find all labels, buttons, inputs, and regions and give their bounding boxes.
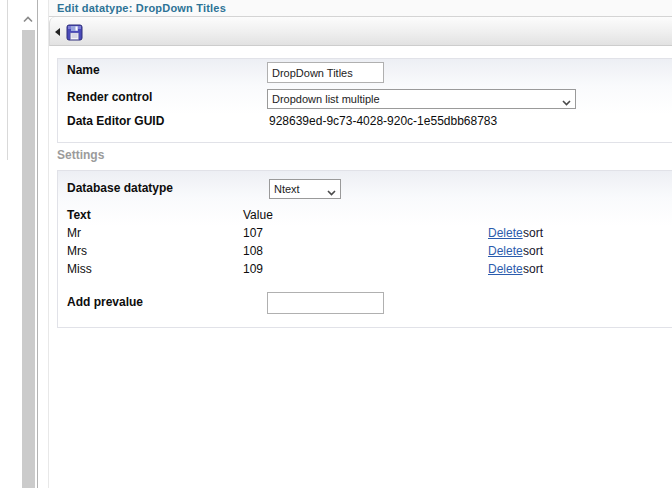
- floppy-disk-icon: [66, 24, 83, 41]
- name-input[interactable]: [267, 62, 384, 83]
- settings-section-title: Settings: [57, 148, 104, 162]
- prevalue-value: 109: [243, 262, 263, 276]
- render-control-select[interactable]: Dropdown list multiple: [267, 89, 576, 109]
- prevalue-text: Mrs: [67, 244, 87, 258]
- add-prevalue-input[interactable]: [267, 292, 384, 314]
- content-area: Edit datatype: DropDown Titles Name Rend…: [49, 0, 672, 488]
- vertical-scrollbar[interactable]: [20, 0, 36, 488]
- sort-link[interactable]: sort: [523, 226, 543, 240]
- panel-splitter[interactable]: [37, 0, 38, 488]
- prevalues-value-header: Value: [243, 208, 273, 222]
- prevalue-text: Mr: [67, 226, 81, 240]
- toolbar: [49, 17, 672, 46]
- prevalue-row: Mrs 108 Delete sort: [58, 244, 672, 260]
- prevalue-value: 108: [243, 244, 263, 258]
- database-datatype-select[interactable]: Ntext: [269, 179, 341, 199]
- prevalues-text-header: Text: [67, 208, 91, 222]
- tree-panel-edge: [7, 0, 8, 160]
- settings-panel: Database datatype Ntext Text Value Mr 10…: [57, 170, 672, 328]
- collapse-toolbar-icon[interactable]: [55, 28, 60, 36]
- render-control-selected-value: Dropdown list multiple: [272, 93, 380, 105]
- prevalue-row: Miss 109 Delete sort: [58, 262, 672, 278]
- scrollbar-thumb[interactable]: [22, 30, 35, 488]
- delete-link[interactable]: Delete: [488, 226, 523, 240]
- database-datatype-selected-value: Ntext: [274, 183, 300, 195]
- edit-datatype-page: { "window": { "title": "Edit datatype: D…: [0, 0, 672, 488]
- name-label: Name: [67, 63, 100, 77]
- scroll-up-button[interactable]: [21, 12, 35, 26]
- delete-link[interactable]: Delete: [488, 244, 523, 258]
- datatype-properties-panel: Name Render control Dropdown list multip…: [57, 58, 672, 143]
- save-button[interactable]: [66, 24, 84, 42]
- page-title: Edit datatype: DropDown Titles: [57, 2, 226, 14]
- sort-link[interactable]: sort: [523, 262, 543, 276]
- guid-label: Data Editor GUID: [67, 114, 164, 128]
- delete-link[interactable]: Delete: [488, 262, 523, 276]
- render-control-label: Render control: [67, 90, 152, 104]
- page-header-bar: Edit datatype: DropDown Titles: [49, 0, 672, 17]
- sort-link[interactable]: sort: [523, 244, 543, 258]
- prevalue-row: Mr 107 Delete sort: [58, 226, 672, 242]
- database-datatype-label: Database datatype: [67, 181, 173, 195]
- prevalue-text: Miss: [67, 262, 92, 276]
- guid-value: 928639ed-9c73-4028-920c-1e55dbb68783: [269, 114, 497, 128]
- chevron-up-icon: [23, 16, 33, 23]
- prevalue-value: 107: [243, 226, 263, 240]
- chevron-down-icon: [327, 186, 336, 198]
- chevron-down-icon: [562, 96, 571, 108]
- add-prevalue-label: Add prevalue: [67, 295, 143, 309]
